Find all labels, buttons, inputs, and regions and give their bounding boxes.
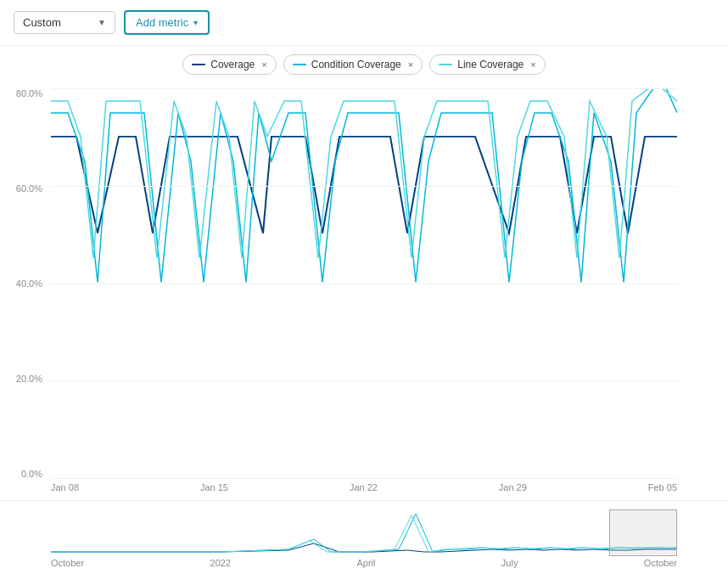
add-metric-arrow: ▾ [193, 18, 198, 27]
mini-x-july: July [501, 558, 518, 568]
add-metric-label: Add metric [136, 16, 188, 29]
mini-chart-svg [51, 505, 677, 556]
custom-select[interactable]: Custom ▼ [14, 11, 115, 34]
grid-line-80 [51, 88, 677, 89]
legend-row: Coverage × Condition Coverage × Line Cov… [0, 46, 728, 80]
line-coverage-label: Line Coverage [457, 59, 524, 70]
y-axis: 80.0% 60.0% 40.0% 20.0% 0.0% [0, 88, 49, 479]
mini-line-coverage-polyline [51, 515, 677, 552]
grid-line-20 [51, 380, 677, 381]
x-label-jan15: Jan 15 [200, 482, 228, 492]
mini-x-2022: 2022 [210, 558, 231, 568]
line-coverage-close[interactable]: × [530, 59, 535, 70]
grid-line-0 [51, 478, 677, 479]
chart-area: 80.0% 60.0% 40.0% 20.0% 0.0% Jan 08 Jan … [0, 80, 728, 496]
x-label-feb05: Feb 05 [648, 482, 677, 492]
x-label-jan08: Jan 08 [51, 482, 79, 492]
coverage-close[interactable]: × [261, 59, 266, 70]
mini-x-april: April [356, 558, 375, 568]
condition-coverage-label: Condition Coverage [311, 59, 401, 70]
mini-x-axis: October 2022 April July October [51, 558, 677, 568]
grid-line-60 [51, 186, 677, 187]
legend-chip-line-coverage: Line Coverage × [429, 54, 546, 75]
y-label-40: 40.0% [16, 278, 42, 289]
line-coverage-line-icon [439, 64, 452, 65]
coverage-line-icon [192, 64, 205, 65]
custom-label: Custom [23, 16, 61, 29]
y-label-60: 60.0% [16, 183, 42, 194]
add-metric-button[interactable]: Add metric ▾ [124, 10, 210, 35]
condition-coverage-close[interactable]: × [408, 59, 413, 70]
grid-line-40 [51, 284, 677, 284]
x-label-jan22: Jan 22 [350, 482, 378, 492]
bottom-section: October 2022 April July October [0, 500, 728, 585]
y-label-20: 20.0% [16, 374, 42, 384]
custom-select-arrow: ▼ [98, 18, 106, 27]
condition-coverage-line-icon [293, 64, 306, 65]
y-label-0: 0.0% [21, 469, 42, 479]
range-selector[interactable] [609, 509, 677, 556]
legend-chip-condition-coverage: Condition Coverage × [283, 54, 423, 75]
mini-condition-polyline [51, 514, 677, 552]
x-axis: Jan 08 Jan 15 Jan 22 Jan 29 Feb 05 [51, 479, 677, 492]
x-label-jan29: Jan 29 [499, 482, 527, 492]
coverage-label: Coverage [210, 59, 255, 70]
mini-x-october2: October [644, 558, 677, 568]
top-bar: Custom ▼ Add metric ▾ [0, 0, 728, 46]
legend-chip-coverage: Coverage × [182, 54, 276, 75]
mini-x-october: October [51, 558, 84, 568]
y-label-80: 80.0% [16, 88, 42, 98]
mini-chart[interactable] [51, 505, 677, 556]
main-chart-canvas [51, 88, 677, 479]
